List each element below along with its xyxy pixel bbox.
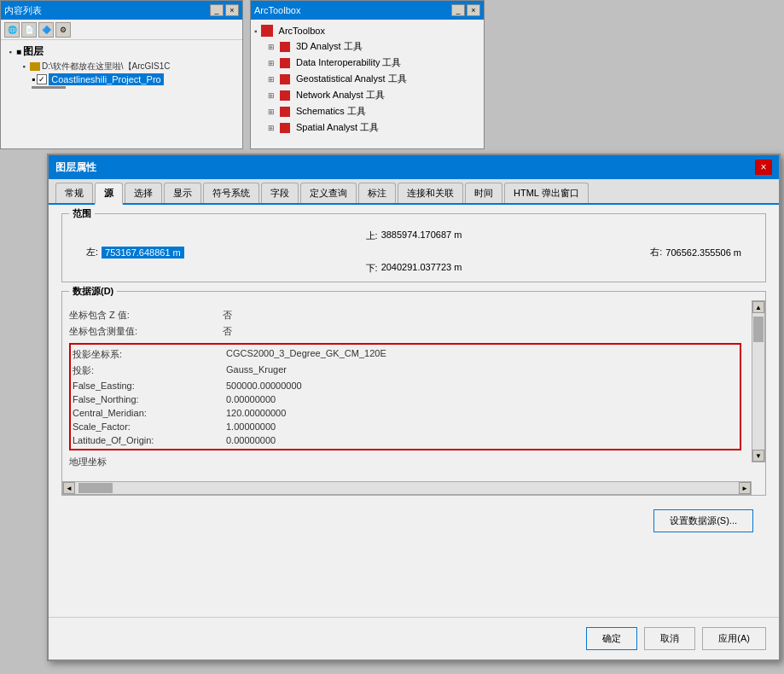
expand-ga[interactable]: ⊞ bbox=[268, 75, 276, 84]
scroll-thumb-h[interactable] bbox=[78, 483, 113, 493]
sub-tree: ▪ D:\软件都放在这里啦\【ArcGIS1C ▪ ✓ Coastlineshi… bbox=[4, 60, 239, 89]
left-panel: 内容列表 _ × 🌐 📄 🔷 ⚙ ▪ ■ 图层 ▪ D:\软件都放在这里啦\【A… bbox=[0, 0, 243, 149]
ds-key-fe: False_Easting: bbox=[73, 381, 226, 391]
extent-right-label: 右: bbox=[650, 246, 662, 259]
right-minimize-btn[interactable]: _ bbox=[451, 4, 465, 16]
extent-bottom-row: 下: 2040291.037723 m bbox=[69, 262, 758, 275]
path-tree-item: ▪ D:\软件都放在这里啦\【ArcGIS1C bbox=[18, 60, 239, 73]
ds-val-cm: 120.00000000 bbox=[226, 408, 286, 418]
ds-val-z: 否 bbox=[223, 309, 232, 322]
right-panel-titlebar: ArcToolbox _ × bbox=[251, 1, 484, 20]
expand-di[interactable]: ⊞ bbox=[268, 59, 276, 67]
dialog-close-btn[interactable]: × bbox=[755, 160, 772, 175]
layers-tree-item: ▪ ■ 图层 bbox=[4, 44, 239, 60]
extent-group: 范围 上: 3885974.170687 m 左: 753167.648861 … bbox=[61, 213, 766, 282]
scroll-thumb-v[interactable] bbox=[753, 317, 764, 342]
ok-btn[interactable]: 确定 bbox=[586, 627, 637, 650]
ds-val-proj: Gauss_Kruger bbox=[226, 364, 287, 377]
ds-row-z: 坐标包含 Z 值: 否 bbox=[69, 307, 741, 323]
file-path: D:\软件都放在这里啦\【ArcGIS1C bbox=[42, 61, 171, 73]
label-di: Data Interoperability 工具 bbox=[296, 56, 402, 69]
root-expand[interactable]: ▪ bbox=[254, 26, 258, 36]
ds-key-z: 坐标包含 Z 值: bbox=[69, 309, 223, 322]
toolbox-main-icon bbox=[261, 25, 273, 37]
right-close-btn[interactable]: × bbox=[467, 4, 480, 16]
scroll-right-btn[interactable]: ► bbox=[739, 482, 751, 494]
toolbar-icon-2[interactable]: 📄 bbox=[21, 22, 37, 38]
toolbox-items: ⊞ 3D Analyst 工具 ⊞ Data Interoperability … bbox=[254, 38, 480, 136]
extent-bottom-value: 2040291.037723 m bbox=[381, 262, 462, 275]
extent-layout: 上: 3885974.170687 m 左: 753167.648861 m 右… bbox=[69, 221, 758, 275]
ds-row-m: 坐标包含测量值: 否 bbox=[69, 323, 741, 340]
ds-val-fn: 0.00000000 bbox=[226, 394, 276, 404]
right-panel: ArcToolbox _ × ▪ ArcToolbox ⊞ 3D Analyst… bbox=[250, 0, 485, 149]
ds-val-lo: 0.00000000 bbox=[226, 435, 276, 445]
ds-key-cm: Central_Meridian: bbox=[73, 408, 226, 418]
toolbar-icon-3[interactable]: 🔷 bbox=[38, 22, 54, 38]
folder-icon bbox=[30, 62, 40, 71]
toolbox-item-na: ⊞ Network Analyst 工具 bbox=[268, 87, 480, 103]
tab-source[interactable]: 源 bbox=[95, 183, 123, 205]
scroll-down-btn[interactable]: ▼ bbox=[752, 450, 764, 462]
layer-properties-dialog: 图层属性 × 常规 源 选择 显示 符号系统 字段 定义查询 标注 连接和关联 … bbox=[47, 154, 781, 661]
expand-icon[interactable]: ▪ bbox=[4, 46, 16, 58]
label-na: Network Analyst 工具 bbox=[296, 89, 385, 102]
ds-val-proj-sys: CGCS2000_3_Degree_GK_CM_120E bbox=[226, 348, 386, 361]
ds-key-proj-sys: 投影坐标系: bbox=[73, 348, 226, 361]
right-titlebar-buttons: _ × bbox=[451, 4, 480, 16]
layer-sub-tree: ▪ ✓ Coastlineshili_Project_Pro bbox=[18, 73, 239, 89]
cancel-btn[interactable]: 取消 bbox=[644, 627, 695, 650]
minimize-btn[interactable]: _ bbox=[210, 4, 224, 16]
toolbar-icon-4[interactable]: ⚙ bbox=[55, 22, 71, 38]
ds-row-sf: Scale_Factor: 1.00000000 bbox=[73, 420, 738, 433]
expand-na[interactable]: ⊞ bbox=[268, 91, 276, 100]
toolbox-root: ▪ ArcToolbox bbox=[254, 23, 480, 38]
path-expand[interactable]: ▪ bbox=[18, 61, 30, 73]
tab-display[interactable]: 显示 bbox=[164, 183, 201, 203]
ds-row-proj-sys: 投影坐标系: CGCS2000_3_Degree_GK_CM_120E bbox=[73, 346, 738, 363]
tab-symbology[interactable]: 符号系统 bbox=[203, 183, 259, 203]
ds-row-cm: Central_Meridian: 120.00000000 bbox=[73, 406, 738, 420]
extent-left-group: 左: 753167.648861 m bbox=[86, 246, 184, 259]
toolbox-item-di: ⊞ Data Interoperability 工具 bbox=[268, 55, 480, 71]
layer-expand[interactable]: ▪ bbox=[32, 73, 35, 85]
toolbox-item-sc: ⊞ Schematics 工具 bbox=[268, 103, 480, 119]
close-btn[interactable]: × bbox=[225, 4, 239, 16]
tab-joins[interactable]: 连接和关联 bbox=[398, 183, 463, 203]
tab-general[interactable]: 常规 bbox=[55, 183, 93, 203]
layer-checkbox[interactable]: ✓ bbox=[37, 74, 47, 84]
tab-fields[interactable]: 字段 bbox=[261, 183, 299, 203]
layer-underline bbox=[32, 86, 66, 89]
dialog-footer: 确定 取消 应用(A) bbox=[49, 617, 779, 659]
arctoolbox-content: ▪ ArcToolbox ⊞ 3D Analyst 工具 ⊞ Data Inte… bbox=[251, 20, 484, 139]
left-panel-content: ▪ ■ 图层 ▪ D:\软件都放在这里啦\【ArcGIS1C ▪ ✓ Coast… bbox=[1, 40, 242, 92]
toolbar-icon-1[interactable]: 🌐 bbox=[4, 22, 20, 38]
label-ga: Geostatistical Analyst 工具 bbox=[296, 73, 407, 85]
ds-key-sf: Scale_Factor: bbox=[73, 421, 226, 432]
extent-right-value: 706562.355506 m bbox=[665, 247, 741, 258]
label-sa: Spatial Analyst 工具 bbox=[296, 121, 379, 134]
tab-label[interactable]: 标注 bbox=[358, 183, 396, 203]
dialog-body: 范围 上: 3885974.170687 m 左: 753167.648861 … bbox=[49, 205, 779, 632]
icon-sa bbox=[280, 123, 290, 133]
ds-key-geo: 地理坐标 bbox=[69, 456, 223, 468]
titlebar-buttons: _ × bbox=[210, 4, 239, 16]
extent-left-label: 左: bbox=[86, 246, 98, 259]
tab-select[interactable]: 选择 bbox=[125, 183, 162, 203]
layer-name[interactable]: Coastlineshili_Project_Pro bbox=[49, 73, 163, 85]
tab-query[interactable]: 定义查询 bbox=[300, 183, 357, 203]
scroll-up-btn[interactable]: ▲ bbox=[752, 301, 764, 313]
expand-3d[interactable]: ⊞ bbox=[268, 43, 276, 51]
datasource-group: 数据源(D) 坐标包含 Z 值: 否 坐标包含测量值: 否 投影坐标系: CGC… bbox=[61, 291, 766, 496]
tab-html[interactable]: HTML 弹出窗口 bbox=[504, 183, 589, 203]
expand-sa[interactable]: ⊞ bbox=[268, 124, 276, 132]
tab-time[interactable]: 时间 bbox=[465, 183, 502, 203]
datasource-title: 数据源(D) bbox=[69, 285, 117, 298]
right-panel-title: ArcToolbox bbox=[254, 5, 300, 15]
set-source-btn[interactable]: 设置数据源(S)... bbox=[653, 509, 753, 532]
apply-btn[interactable]: 应用(A) bbox=[702, 627, 766, 650]
extent-top-label: 上: bbox=[366, 230, 378, 242]
scroll-left-btn[interactable]: ◄ bbox=[63, 482, 75, 494]
expand-sc[interactable]: ⊞ bbox=[268, 107, 276, 116]
ds-row-proj: 投影: Gauss_Kruger bbox=[73, 363, 738, 379]
